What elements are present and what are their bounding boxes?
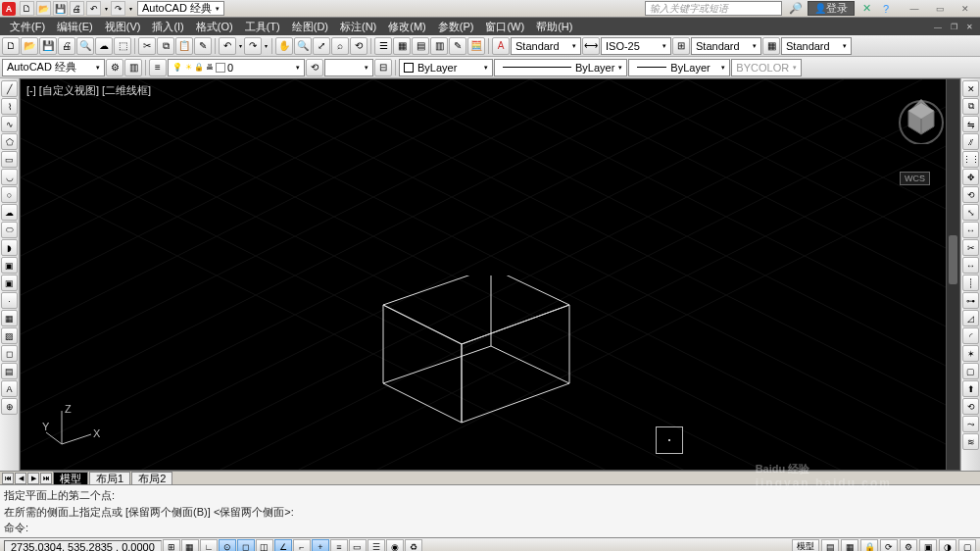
- extrude-icon[interactable]: ⬆: [962, 380, 979, 397]
- lineweight-combo[interactable]: ByLayer▾: [628, 59, 730, 76]
- zoom-icon[interactable]: 🔍: [294, 37, 312, 55]
- tab-layout2[interactable]: 布局2: [131, 472, 172, 484]
- dyn-toggle[interactable]: +: [312, 539, 329, 551]
- signin-button[interactable]: 👤 登录: [808, 1, 855, 16]
- copy2-icon[interactable]: ⧉: [962, 98, 979, 115]
- spline-icon[interactable]: ∿: [1, 116, 18, 132]
- new-icon[interactable]: 🗋: [2, 37, 20, 55]
- help-icon[interactable]: ?: [878, 1, 894, 17]
- zoom-win-icon[interactable]: ⌕: [331, 37, 349, 55]
- move-icon[interactable]: ✥: [962, 169, 979, 185]
- ssm-icon[interactable]: ▥: [430, 37, 448, 55]
- otrack-toggle[interactable]: ∠: [274, 539, 292, 551]
- layer-combo[interactable]: 💡 ☀ 🔒 🖶 0 ▾: [168, 59, 305, 76]
- ellipse-icon[interactable]: ⬭: [1, 222, 18, 238]
- table-icon[interactable]: ▤: [1, 363, 18, 379]
- zoom-prev-icon[interactable]: ⟲: [350, 37, 368, 55]
- scale-icon[interactable]: ⤡: [962, 204, 979, 221]
- hatch-icon[interactable]: ▦: [1, 310, 18, 326]
- makeblock-icon[interactable]: ▣: [1, 275, 18, 291]
- layer-manager-icon[interactable]: ≡: [149, 59, 167, 76]
- ann-scale-icon[interactable]: 🔒: [860, 539, 878, 551]
- sweep-icon[interactable]: ⤳: [962, 416, 979, 432]
- qat-undo-dd-icon[interactable]: ▾: [103, 1, 109, 16]
- copy-icon[interactable]: ⧉: [157, 37, 174, 55]
- menu-file[interactable]: 文件(F): [4, 18, 51, 35]
- polar-toggle[interactable]: ⊙: [219, 539, 236, 551]
- stretch-icon[interactable]: ↔: [962, 222, 979, 238]
- close-button[interactable]: ✕: [953, 1, 978, 16]
- doc-minimize-icon[interactable]: —: [931, 20, 945, 33]
- exchange-icon[interactable]: ✕: [858, 1, 874, 17]
- save-icon[interactable]: 💾: [39, 37, 57, 55]
- pline-icon[interactable]: ⌇: [1, 98, 18, 115]
- paste-icon[interactable]: 📋: [175, 37, 193, 55]
- search-go-icon[interactable]: 🔎: [788, 1, 804, 17]
- help-search-input[interactable]: 输入关键字或短语: [645, 1, 782, 16]
- app-icon[interactable]: A: [2, 2, 16, 16]
- open-icon[interactable]: 📂: [21, 37, 38, 55]
- doc-restore-icon[interactable]: ❐: [947, 20, 960, 33]
- viewport-label[interactable]: [-] [自定义视图] [二维线框]: [26, 83, 151, 98]
- viewcube[interactable]: [897, 95, 946, 144]
- dimstyle-combo[interactable]: ISO-25▾: [601, 37, 671, 55]
- erase-icon[interactable]: ✕: [962, 80, 979, 97]
- plotstyle-combo[interactable]: BYCOLOR▾: [731, 59, 802, 76]
- isolate-icon[interactable]: ◑: [939, 539, 956, 551]
- gradient-icon[interactable]: ▨: [1, 327, 18, 344]
- qat-new-icon[interactable]: 🗋: [20, 1, 34, 16]
- toolpal-icon[interactable]: ▤: [412, 37, 429, 55]
- offset-icon[interactable]: ⫽: [962, 133, 979, 150]
- mtext-icon[interactable]: A: [1, 380, 18, 397]
- model-toggle[interactable]: 模型: [792, 539, 819, 551]
- undo-icon[interactable]: ↶: [219, 37, 236, 55]
- minimize-button[interactable]: —: [902, 1, 927, 16]
- plot-icon[interactable]: 🖨: [58, 37, 75, 55]
- menu-tools[interactable]: 工具(T): [239, 18, 286, 35]
- dc-icon[interactable]: ▦: [393, 37, 411, 55]
- qat-open-icon[interactable]: 📂: [36, 1, 51, 16]
- zoom-extents-icon[interactable]: ⤢: [313, 37, 330, 55]
- rect-icon[interactable]: ▭: [1, 151, 18, 168]
- ducs-toggle[interactable]: ⌐: [293, 539, 311, 551]
- point-icon[interactable]: ·: [1, 292, 18, 309]
- publish-icon[interactable]: ☁: [95, 37, 113, 55]
- menu-view[interactable]: 视图(V): [99, 18, 147, 35]
- color-combo[interactable]: ByLayer▾: [399, 59, 493, 76]
- qv-layouts-icon[interactable]: ▤: [821, 539, 839, 551]
- ts-icon[interactable]: A: [492, 37, 510, 55]
- tab-prev-icon[interactable]: ◀: [15, 473, 26, 484]
- cut-icon[interactable]: ✂: [138, 37, 156, 55]
- lwt-toggle[interactable]: ≡: [330, 539, 348, 551]
- ms-icon[interactable]: ⊞: [672, 37, 690, 55]
- hw-accel-icon[interactable]: ▣: [919, 539, 937, 551]
- circle-icon[interactable]: ○: [1, 186, 18, 203]
- menu-dim[interactable]: 标注(N): [334, 18, 382, 35]
- loft-icon[interactable]: ≋: [962, 433, 979, 450]
- drawing-viewport[interactable]: [-] [自定义视图] [二维线框] WCS: [20, 78, 960, 471]
- doc-close-icon[interactable]: ✕: [962, 20, 976, 33]
- redo-dd-icon[interactable]: ▾: [263, 38, 269, 53]
- mlstyle-combo[interactable]: Standard▾: [691, 37, 761, 55]
- menu-window[interactable]: 窗口(W): [479, 18, 530, 35]
- arc-icon[interactable]: ◡: [1, 169, 18, 185]
- sc-toggle[interactable]: ◉: [386, 539, 404, 551]
- box-icon[interactable]: ▢: [962, 363, 979, 379]
- osnap-toggle[interactable]: ◻: [237, 539, 255, 551]
- menu-draw[interactable]: 绘图(D): [286, 18, 334, 35]
- revolve-icon[interactable]: ⟲: [962, 398, 979, 415]
- layer-iso-icon[interactable]: ⊟: [374, 59, 392, 76]
- grid-toggle[interactable]: ▦: [181, 539, 199, 551]
- break-icon[interactable]: ┊: [962, 275, 979, 291]
- tab-last-icon[interactable]: ⏭: [40, 473, 52, 484]
- tblstyle-combo[interactable]: Standard▾: [781, 37, 852, 55]
- ws-toggle-icon[interactable]: ⚙: [900, 539, 917, 551]
- autoscale-icon[interactable]: ⟳: [880, 539, 898, 551]
- menu-insert[interactable]: 插入(I): [146, 18, 189, 35]
- ucs-icon[interactable]: X Y Z: [42, 405, 101, 456]
- ellipsearc-icon[interactable]: ◗: [1, 239, 18, 256]
- wcs-badge[interactable]: WCS: [900, 172, 930, 185]
- mirror-icon[interactable]: ⇋: [962, 116, 979, 132]
- tab-next-icon[interactable]: ▶: [27, 473, 39, 484]
- qcalc-icon[interactable]: 🧮: [467, 37, 485, 55]
